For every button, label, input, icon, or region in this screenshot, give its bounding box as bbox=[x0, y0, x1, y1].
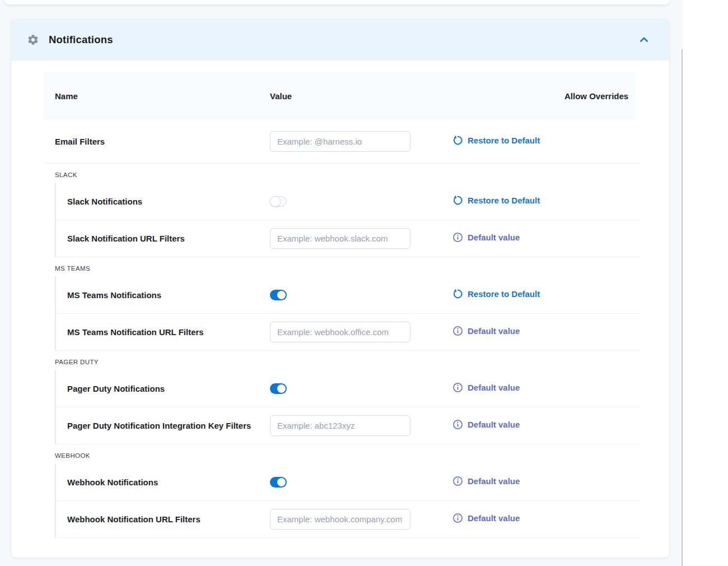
info-icon bbox=[452, 232, 463, 243]
group-label-slack: SLACK bbox=[44, 164, 669, 183]
pager-duty-notifications-toggle[interactable] bbox=[270, 383, 287, 394]
info-icon bbox=[452, 326, 463, 336]
default-value-link[interactable]: Default value bbox=[452, 232, 520, 243]
slack-notifications-toggle[interactable] bbox=[270, 196, 287, 207]
restore-to-default-label: Restore to Default bbox=[468, 136, 540, 145]
group-ms-teams: MS Teams Notifications Restore to Defaul… bbox=[55, 276, 641, 351]
setting-label: Pager Duty Notifications bbox=[67, 384, 270, 393]
default-value-label: Default value bbox=[468, 513, 520, 523]
notifications-accordion-header[interactable]: Notifications bbox=[11, 19, 669, 61]
group-slack: Slack Notifications Restore to Default S… bbox=[55, 183, 641, 257]
info-icon bbox=[452, 382, 463, 393]
default-value-link[interactable]: Default value bbox=[452, 382, 520, 393]
content-background: Notifications Name Value Allow Overrides… bbox=[0, 0, 683, 566]
default-value-label: Default value bbox=[468, 326, 520, 336]
toggle-knob bbox=[277, 478, 286, 486]
default-value-label: Default value bbox=[468, 383, 520, 392]
restore-icon bbox=[452, 135, 463, 146]
table-row-pager-duty-key-filters: Pager Duty Notification Integration Key … bbox=[56, 407, 641, 444]
webhook-url-filters-input[interactable] bbox=[270, 509, 410, 530]
table-row-ms-teams-notifications: MS Teams Notifications Restore to Defaul… bbox=[56, 276, 641, 313]
slack-url-filters-input[interactable] bbox=[270, 228, 410, 249]
setting-label: MS Teams Notification URL Filters bbox=[67, 327, 270, 337]
table-row-pager-duty-notifications: Pager Duty Notifications Default value bbox=[56, 370, 641, 407]
table-row-webhook-notifications: Webhook Notifications Default value bbox=[56, 463, 641, 500]
group-webhook: Webhook Notifications Default value Webh… bbox=[55, 463, 641, 538]
pager-duty-key-filters-input[interactable] bbox=[270, 415, 410, 436]
setting-label: Pager Duty Notification Integration Key … bbox=[67, 421, 270, 430]
ms-teams-url-filters-input[interactable] bbox=[270, 322, 410, 342]
ms-teams-notifications-toggle[interactable] bbox=[270, 290, 287, 300]
table-row-slack-url-filters: Slack Notification URL Filters Default v… bbox=[56, 220, 641, 257]
table-row-webhook-url-filters: Webhook Notification URL Filters Default… bbox=[56, 500, 641, 537]
webhook-notifications-toggle[interactable] bbox=[270, 477, 287, 488]
default-value-label: Default value bbox=[468, 233, 520, 242]
table-header-row: Name Value Allow Overrides bbox=[44, 72, 635, 120]
toggle-knob bbox=[277, 291, 286, 299]
setting-label: Slack Notifications bbox=[67, 197, 270, 206]
chevron-up-icon[interactable] bbox=[639, 35, 649, 45]
toggle-knob bbox=[270, 196, 281, 207]
default-value-link[interactable]: Default value bbox=[452, 326, 520, 336]
previous-card-remnant bbox=[4, 0, 670, 4]
setting-label: Slack Notification URL Filters bbox=[67, 234, 270, 243]
group-label-webhook: WEBHOOK bbox=[44, 444, 669, 463]
restore-to-default-link[interactable]: Restore to Default bbox=[452, 289, 540, 299]
section-title: Notifications bbox=[49, 34, 113, 46]
setting-label: MS Teams Notifications bbox=[67, 290, 270, 300]
group-pager-duty: Pager Duty Notifications Default value P… bbox=[55, 370, 641, 444]
default-value-link[interactable]: Default value bbox=[452, 513, 520, 523]
restore-to-default-label: Restore to Default bbox=[468, 196, 540, 205]
table-row-slack-notifications: Slack Notifications Restore to Default bbox=[56, 183, 641, 220]
table-row-ms-teams-url-filters: MS Teams Notification URL Filters Defaul… bbox=[56, 313, 641, 350]
info-icon bbox=[452, 476, 463, 486]
toggle-knob bbox=[277, 384, 286, 393]
default-value-label: Default value bbox=[468, 420, 520, 429]
scrollbar[interactable] bbox=[682, 49, 683, 566]
default-value-label: Default value bbox=[468, 476, 520, 486]
restore-icon bbox=[452, 195, 463, 206]
setting-label: Email Filters bbox=[55, 137, 270, 146]
restore-to-default-link[interactable]: Restore to Default bbox=[452, 135, 540, 146]
table-row-email-filters: Email Filters Restore to Default bbox=[44, 120, 641, 164]
settings-table: Name Value Allow Overrides Email Filters… bbox=[11, 61, 669, 538]
setting-label: Webhook Notification URL Filters bbox=[67, 514, 270, 524]
default-value-link[interactable]: Default value bbox=[452, 419, 520, 430]
gear-icon bbox=[27, 34, 39, 46]
page: Notifications Name Value Allow Overrides… bbox=[0, 0, 728, 566]
email-filters-input[interactable] bbox=[270, 131, 410, 152]
column-header-value: Value bbox=[270, 89, 452, 103]
column-header-name: Name bbox=[55, 89, 270, 103]
info-icon bbox=[452, 513, 463, 523]
group-label-pager-duty: PAGER DUTY bbox=[44, 351, 669, 370]
info-icon bbox=[452, 419, 463, 430]
restore-to-default-link[interactable]: Restore to Default bbox=[452, 195, 540, 206]
group-label-ms-teams: MS TEAMS bbox=[44, 257, 669, 276]
default-value-link[interactable]: Default value bbox=[452, 476, 520, 486]
notifications-card: Notifications Name Value Allow Overrides… bbox=[11, 19, 669, 558]
setting-label: Webhook Notifications bbox=[67, 477, 270, 487]
restore-to-default-label: Restore to Default bbox=[468, 289, 540, 299]
column-header-allow-overrides: Allow Overrides bbox=[564, 89, 635, 103]
restore-icon bbox=[452, 289, 463, 299]
